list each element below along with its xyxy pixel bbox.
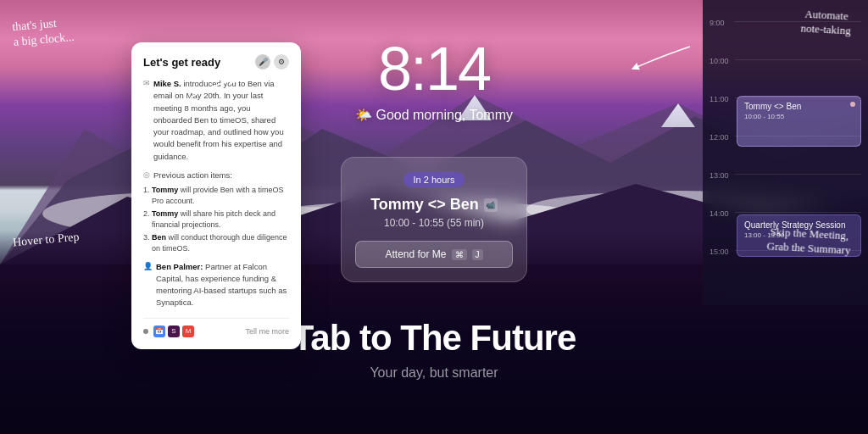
tell-more-link[interactable]: Tell me more [245,327,289,336]
time-label-13: 13:00 [709,170,735,180]
greeting-text: Good morning, Tommy [376,108,513,122]
action-label: Previous action items: [153,170,232,181]
action-item-1: Tommy will provide Ben with a timeOS Pro… [143,185,289,206]
time-slot-10: 10:00 [703,55,868,65]
time-label-10: 10:00 [709,55,735,65]
arrow-to-card [186,76,237,102]
gmail-icon[interactable]: M [182,326,194,337]
cal-event-tommy-time: 10:00 - 10:55 [744,113,854,120]
clock-greeting: 🌤️ Good morning, Tommy [355,107,513,123]
time-label-11: 11:00 [709,93,735,103]
calendar-panel: 9:00 10:00 11:00 12:00 13:00 14:00 15:00 [703,0,868,305]
sub-headline: Your day, but smarter [370,365,498,381]
time-slot-13: 13:00 [703,170,868,180]
person-section: 👤 Ben Palmer: Partner at Falcon Capital,… [143,261,289,309]
meeting-zoom-icon: 📹 [484,198,498,212]
kbd-j: J [472,249,483,260]
clock-time: 8:14 [355,34,513,103]
footer-source-icons: 📅 S M [153,326,194,337]
prep-card-header: Let's get ready 🎤 ⚙ [143,54,289,70]
time-label-9: 9:00 [709,17,735,27]
time-label-14: 14:00 [709,208,735,218]
action-item-3: Ben will conduct thorough due diligence … [143,232,289,253]
kbd-cmd: ⌘ [452,249,467,260]
email-icon: ✉ [143,78,150,163]
calendar-icon[interactable]: 📅 [153,326,165,337]
footer-dot [143,329,148,334]
prep-card-content: ✉ Mike S. introduced you to Ben via emai… [143,78,289,309]
mic-icon: 🎤 [255,54,270,70]
prep-card-title: Let's get ready [143,56,220,69]
time-label-15: 15:00 [709,246,735,256]
meeting-title: Tommy <> Ben 📹 [355,196,513,214]
arrow-to-calendar [631,42,698,76]
action-list: Tommy will provide Ben with a timeOS Pro… [143,185,289,254]
attend-for-me-button[interactable]: Attend for Me ⌘ J [355,241,513,268]
person-icon: 👤 [143,261,153,309]
prep-card-icons: 🎤 ⚙ [255,54,289,70]
calendar-event-tommy-ben[interactable]: Tommy <> Ben 10:00 - 10:55 [737,96,861,147]
meeting-title-text: Tommy <> Ben [370,196,479,214]
annotation-top-right: Automatenote-taking [800,7,852,38]
time-label-12: 12:00 [709,131,735,142]
meeting-badge: In 2 hours [403,172,465,187]
main-headline: Tab to The Future [292,318,576,359]
attend-btn-label: Attend for Me [385,248,446,260]
slack-icon[interactable]: S [168,326,180,337]
event-dot [850,102,855,107]
weather-icon: 🌤️ [355,108,372,122]
settings-icon[interactable]: ⚙ [274,54,289,70]
prep-card-footer: 📅 S M Tell me more [143,318,289,337]
cal-event-tommy-title: Tommy <> Ben [744,102,854,111]
person-info: Ben Palmer: Partner at Falcon Capital, h… [156,261,289,309]
action-item-2: Tommy will share his pitch deck and fina… [143,209,289,230]
clock-display: 8:14 🌤️ Good morning, Tommy [355,34,513,123]
action-items-section: ◎ Previous action items: Tommy will prov… [143,170,289,254]
meeting-card: In 2 hours Tommy <> Ben 📹 10:00 - 10:55 … [341,157,527,282]
meeting-time: 10:00 - 10:55 (55 min) [355,217,513,229]
annotation-top-left: that's justa big clock... [12,14,75,51]
annotation-bottom-right: Skip the Meeting,Grab the Summary [766,225,852,259]
action-icon: ◎ [143,170,150,181]
